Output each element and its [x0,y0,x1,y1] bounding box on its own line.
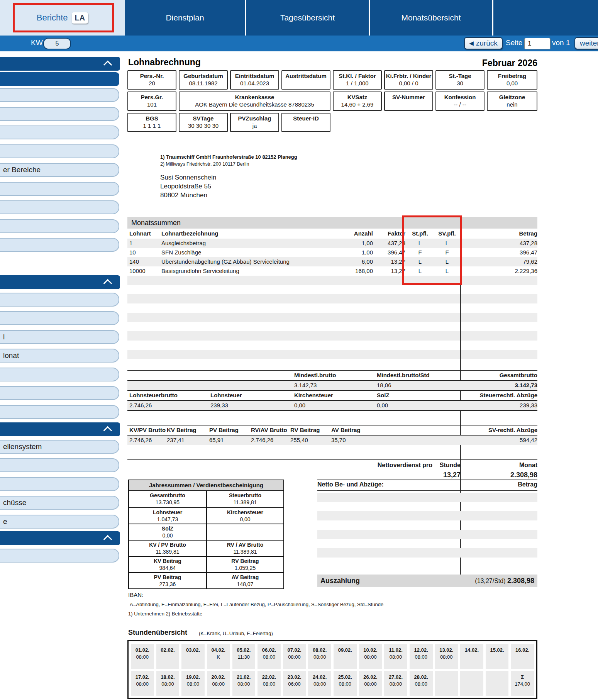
sidebar-section-header-1[interactable] [0,57,120,71]
day-tile: 20.02.08:00 [207,671,230,696]
table-stripe [317,548,537,558]
col-anzahl: Anzahl [354,229,373,239]
hours: 08:00 [308,681,331,687]
kw-input[interactable] [43,38,71,49]
info-label: Konfession [436,94,484,100]
sidebar-item-system[interactable]: ellensystem [0,440,119,454]
hours: 08:00 [131,681,154,687]
value: 0,00 [294,401,305,410]
table-stripe [127,313,537,322]
day-tile: 22.02.08:00 [257,671,281,696]
net-adjustments-amount-label: Betrag [518,481,537,488]
day: 08.02. [308,647,331,653]
sidebar-item[interactable] [0,200,119,214]
sidebar-item[interactable]: e [0,515,119,529]
hours: 08:00 [334,681,357,687]
sidebar-section-header-3[interactable] [0,422,120,436]
tab-t tagesuebersicht[interactable]: Tagesübersicht [246,0,370,36]
legend-text: A=Abfindung, E=Einmalzahlung, F=Frei, L=… [130,602,383,607]
back-button-label: zurück [476,39,498,47]
value: 1.059,25 [207,565,283,571]
value: 0,00 [207,516,283,522]
sidebar-item[interactable] [0,549,119,563]
label: Lohnsteuer [129,509,206,515]
sidebar-item[interactable]: l [0,330,119,344]
sidebar-item[interactable] [0,386,119,400]
day-tile [486,671,509,696]
sidebar-section-header-2[interactable] [0,275,120,289]
info-box-kinder: Ki.Frbtr. / Kinder0,00 / 0 [384,70,433,90]
day: 11.02. [384,647,407,653]
hours-title: Stundenübersicht [128,629,187,637]
day: 01.02. [131,647,154,653]
value: 148,07 [207,581,283,587]
sidebar-item[interactable] [0,311,119,325]
info-label: Pers.-Nr. [128,73,176,79]
info-value: ja [231,122,278,129]
label: AV Beitrag [331,425,361,435]
table-row: 10SFN Zuschläge1,00396,47FF396,47 [127,248,537,257]
sidebar-item[interactable] [0,144,119,158]
info-box-eintrittsdatum: Eintrittsdatum01.04.2023 [230,70,279,90]
hours: 11:30 [232,654,256,660]
next-button[interactable]: weiter [574,37,598,49]
label: PV Beitrag [209,425,239,435]
divider [127,410,537,411]
net-month-value: 2.308,98 [510,471,537,479]
value: 2.746,26 [129,436,152,445]
day-tile: 08.02.08:00 [308,644,331,669]
cell: 6,00 [362,257,373,266]
value: 13.730,95 [129,499,206,505]
employer-line-1: 1) Traumschiff GmbH Fraunhoferstraße 10 … [160,154,297,160]
payout-bar: Auszahlung (13,27/Std) 2.308,98 [317,575,537,587]
company-note: 1) Unternehmen 2) Betriebsstätte [128,611,202,617]
info-box-persnr: Pers.-Nr.20 [127,70,176,90]
sidebar-section-header-4[interactable] [0,531,120,545]
sidebar-item-bereiche[interactable]: er Bereiche [0,163,119,177]
cell: 140 [129,257,139,266]
page-label: Seite [506,39,522,47]
table-row: 10000Basisgrundlohn Serviceleitung168,00… [127,266,537,276]
cell: Kirchensteuer0,00 [206,507,283,524]
day: 03.02. [181,647,205,653]
tab-monatsuebersicht[interactable]: Monatsübersicht [370,0,493,36]
employer-line-2: 2) Milliways Friedrichstr. 200 10117 Ber… [160,161,249,167]
page-input[interactable] [524,38,551,49]
label: Lohnsteuerbrutto [129,391,178,400]
hours: 08:00 [181,681,205,687]
table-stripe [317,493,537,502]
sidebar-item[interactable] [0,405,119,419]
sidebar-item-selected[interactable] [0,72,119,86]
sidebar-item[interactable] [0,238,119,252]
info-label: SV-Nummer [385,94,432,100]
value: 239,33 [210,401,228,410]
table-row: 140Überstundenabgeltung (GZ Abbau) Servi… [127,257,537,266]
back-button[interactable]: ◀ zurück [464,37,503,49]
sidebar-item-monat[interactable]: lonat [0,349,119,363]
info-value: 1 1 1 1 [128,122,176,129]
sidebar-item[interactable] [0,88,119,102]
label: RV Beitrag [290,425,320,435]
sidebar-item[interactable] [0,125,119,139]
sidebar-item[interactable] [0,477,119,491]
day-tile: 02.02. [156,644,180,669]
sidebar-item[interactable] [0,368,119,381]
chevron-up-icon [103,61,112,69]
sidebar-item[interactable] [0,458,119,472]
cell: 396,47 [520,248,537,257]
table-row: Lohnsteuer1.047,73 Kirchensteuer0,00 [129,507,283,524]
payout-value: 2.308,98 [507,577,534,585]
sidebar-item[interactable] [0,182,119,196]
sidebar-item-zuschuesse[interactable]: chüsse [0,496,119,510]
label: KV Beitrag [129,558,206,564]
sidebar-item[interactable] [0,219,119,233]
hours: 08:00 [257,681,281,687]
label: PV Beitrag [129,574,206,580]
highlight-box-berichte [13,3,114,32]
day-tile: 07.02.08:00 [283,644,306,669]
sidebar-item[interactable] [0,107,119,121]
sidebar-item[interactable] [0,293,119,307]
tab-dienstplan[interactable]: Dienstplan [125,0,246,36]
mindest-values-row: 3.142,73 18,06 3.142,73 [127,381,537,390]
page-title: Lohnabrechnung [128,57,201,68]
